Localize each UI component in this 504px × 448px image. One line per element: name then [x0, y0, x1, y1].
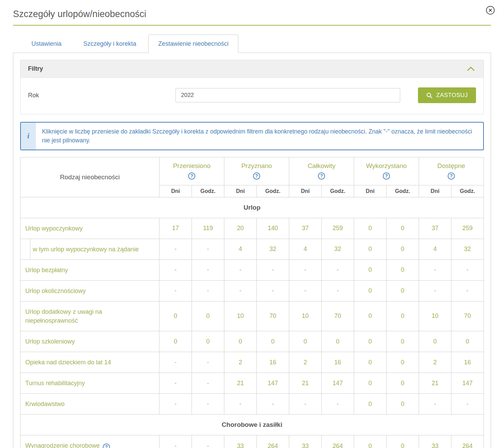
value-cell: -	[224, 280, 257, 301]
value-cell[interactable]: 0	[354, 260, 387, 280]
filters-header[interactable]: Filtry	[20, 60, 484, 78]
value-cell[interactable]: 0	[419, 331, 451, 352]
chevron-up-icon[interactable]	[466, 65, 476, 72]
value-cell[interactable]: 32	[322, 239, 354, 260]
value-cell: -	[159, 435, 192, 448]
apply-button[interactable]: ZASTOSUJ	[418, 87, 476, 103]
year-label: Rok	[28, 92, 176, 99]
value-cell[interactable]: 33	[419, 435, 451, 448]
value-cell[interactable]: 16	[322, 352, 354, 373]
value-cell[interactable]: 0	[224, 331, 257, 352]
value-cell[interactable]: 0	[451, 331, 484, 352]
value-cell[interactable]: 70	[322, 301, 354, 331]
table-row: Urlop dodatkowy z uwagi na niepełnospraw…	[20, 301, 484, 331]
value-cell[interactable]: 37	[289, 218, 322, 239]
value-cell[interactable]: 259	[322, 218, 354, 239]
value-cell[interactable]: 0	[387, 435, 419, 448]
value-cell[interactable]: 0	[354, 435, 387, 448]
tab-ustawienia[interactable]: Ustawienia	[22, 34, 71, 53]
value-cell[interactable]: 0	[354, 280, 387, 301]
absence-type-label: Urlop szkoleniowy	[20, 331, 159, 352]
subheader-dni: Dni	[224, 185, 257, 197]
value-cell[interactable]: 10	[224, 301, 257, 331]
value-cell[interactable]: 33	[289, 435, 322, 448]
value-cell[interactable]: 0	[354, 301, 387, 331]
value-cell[interactable]: 16	[451, 352, 484, 373]
value-cell[interactable]: 2	[289, 352, 322, 373]
value-cell[interactable]: 16	[257, 352, 289, 373]
absence-type-label: Opieka nad dzieckiem do lat 14	[20, 352, 159, 373]
value-cell[interactable]: 0	[354, 394, 387, 415]
value-cell[interactable]: 140	[257, 218, 289, 239]
value-cell[interactable]: 0	[387, 260, 419, 280]
value-cell[interactable]: 0	[354, 352, 387, 373]
value-cell[interactable]: 10	[289, 301, 322, 331]
value-cell: -	[289, 260, 322, 280]
value-cell[interactable]: 0	[387, 218, 419, 239]
value-cell[interactable]: 0	[257, 331, 289, 352]
table-row: Urlop szkoleniowy0000000000	[20, 331, 484, 352]
value-cell[interactable]: 0	[354, 373, 387, 394]
value-cell[interactable]: 264	[257, 435, 289, 448]
value-cell[interactable]: 0	[159, 331, 192, 352]
tab-zestawienie-nieobecnosci[interactable]: Zestawienie nieobecności	[148, 34, 238, 53]
value-cell[interactable]: 264	[451, 435, 484, 448]
value-cell[interactable]: 264	[322, 435, 354, 448]
value-cell[interactable]: 4	[419, 239, 451, 260]
value-cell[interactable]: 0	[387, 301, 419, 331]
value-cell[interactable]: 0	[322, 331, 354, 352]
value-cell[interactable]: 147	[322, 373, 354, 394]
value-cell[interactable]: 0	[159, 301, 192, 331]
help-icon[interactable]: ?	[448, 172, 455, 180]
value-cell[interactable]: 37	[419, 218, 451, 239]
value-cell[interactable]: 21	[289, 373, 322, 394]
value-cell[interactable]: 0	[192, 331, 224, 352]
value-cell[interactable]: 33	[224, 435, 257, 448]
value-cell[interactable]: 2	[419, 352, 451, 373]
subheader-dni: Dni	[289, 185, 322, 197]
value-cell[interactable]: 4	[289, 239, 322, 260]
value-cell[interactable]: 0	[387, 352, 419, 373]
value-cell[interactable]: 0	[354, 331, 387, 352]
value-cell[interactable]: 259	[451, 218, 484, 239]
tab-szczegoly-i-korekta[interactable]: Szczegóły i korekta	[73, 34, 146, 53]
value-cell[interactable]: 2	[224, 352, 257, 373]
value-cell[interactable]: 0	[387, 239, 419, 260]
absence-summary-table: Rodzaj nieobecności Przeniesiono ? Przyz…	[20, 157, 484, 448]
value-cell[interactable]: 0	[192, 301, 224, 331]
help-icon[interactable]: ?	[318, 172, 325, 180]
value-cell[interactable]: 21	[224, 373, 257, 394]
value-cell: -	[159, 239, 192, 260]
value-cell[interactable]: 147	[451, 373, 484, 394]
value-cell[interactable]: 10	[419, 301, 451, 331]
value-cell[interactable]: 0	[387, 280, 419, 301]
column-header-przeniesiono: Przeniesiono ?	[159, 157, 224, 185]
value-cell[interactable]: 119	[192, 218, 224, 239]
value-cell[interactable]: 32	[257, 239, 289, 260]
value-cell[interactable]: 4	[224, 239, 257, 260]
help-icon[interactable]: ?	[253, 172, 260, 180]
section-label: Urlop	[20, 197, 484, 218]
value-cell: -	[451, 280, 484, 301]
value-cell[interactable]: 0	[354, 218, 387, 239]
absence-type-label: Turnus rehabilitacyjny	[20, 373, 159, 394]
value-cell[interactable]: 20	[224, 218, 257, 239]
help-icon[interactable]: ?	[188, 172, 195, 180]
value-cell[interactable]: 70	[257, 301, 289, 331]
close-icon[interactable]	[486, 5, 495, 15]
year-input[interactable]	[176, 88, 400, 102]
value-cell[interactable]: 32	[451, 239, 484, 260]
value-cell[interactable]: 0	[387, 394, 419, 415]
help-icon[interactable]: ?	[103, 444, 110, 448]
value-cell[interactable]: 147	[257, 373, 289, 394]
value-cell[interactable]: 70	[451, 301, 484, 331]
value-cell[interactable]: 0	[387, 373, 419, 394]
filters-panel: Filtry Rok ZASTOSUJ	[20, 60, 484, 114]
value-cell[interactable]: 0	[289, 331, 322, 352]
value-cell[interactable]: 0	[387, 331, 419, 352]
value-cell[interactable]: 17	[159, 218, 192, 239]
value-cell: -	[419, 280, 451, 301]
value-cell[interactable]: 0	[354, 239, 387, 260]
help-icon[interactable]: ?	[383, 172, 390, 180]
value-cell[interactable]: 21	[419, 373, 451, 394]
